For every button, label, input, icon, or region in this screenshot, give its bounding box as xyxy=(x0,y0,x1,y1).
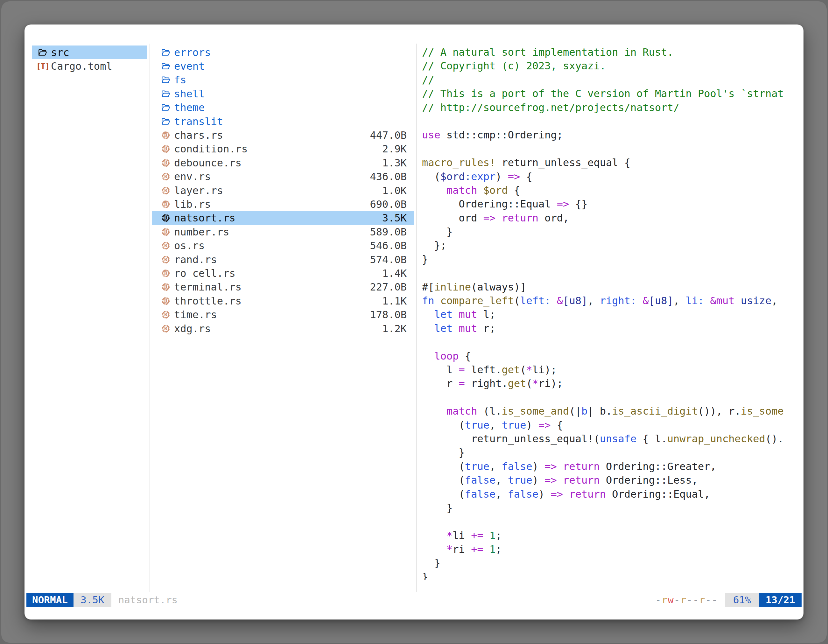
svg-text:R: R xyxy=(164,243,168,248)
code-token: += xyxy=(471,543,483,555)
code-token: li xyxy=(453,530,471,542)
code-token: li); xyxy=(532,364,557,376)
code-token: 1 xyxy=(489,530,496,542)
code-token: = xyxy=(459,364,465,376)
toml-file-icon: [T] xyxy=(38,61,48,71)
folder-row[interactable]: fs xyxy=(152,73,414,87)
code-token: => xyxy=(551,488,563,500)
file-row[interactable]: Rxdg.rs1.2K xyxy=(152,322,414,335)
code-token: r xyxy=(422,378,459,389)
code-token: * xyxy=(532,378,538,389)
file-row[interactable]: Rrand.rs574.0B xyxy=(152,253,414,266)
preview-pane: // A natural sort implementation in Rust… xyxy=(422,45,803,580)
file-row[interactable]: Ros.rs546.0B xyxy=(152,239,414,252)
code-token: Ordering::Greater, xyxy=(600,461,716,473)
svg-text:R: R xyxy=(164,312,168,317)
code-token xyxy=(422,530,447,542)
code-token xyxy=(557,474,563,486)
code-line: macro_rules! return_unless_equal { xyxy=(422,156,803,169)
code-token: unwrap_unchecked xyxy=(667,433,765,445)
code-token: get xyxy=(502,364,520,376)
entry-name: number.rs xyxy=(174,226,229,238)
rust-file-icon: R xyxy=(161,241,171,251)
entry-name: theme xyxy=(174,102,205,114)
code-token: true xyxy=(465,461,489,473)
code-token: return xyxy=(563,461,600,473)
file-row[interactable]: [T]Cargo.toml xyxy=(32,59,147,73)
entry-size: 227.0B xyxy=(370,281,407,293)
rust-file-icon: R xyxy=(161,324,171,334)
code-token: // A natural sort implementation in Rust… xyxy=(422,46,673,58)
code-line: ($ord:expr) => { xyxy=(422,170,803,183)
folder-open-icon xyxy=(161,89,171,99)
code-line: loop { xyxy=(422,349,803,363)
file-row[interactable]: Rro_cell.rs1.4K xyxy=(152,266,414,280)
entry-size: 546.0B xyxy=(370,240,407,252)
file-row[interactable]: Rthrottle.rs1.1K xyxy=(152,294,414,308)
folder-row[interactable]: errors xyxy=(152,45,414,59)
code-token: ord, xyxy=(538,212,569,224)
code-token: r; xyxy=(477,322,496,334)
entry-size: 1.2K xyxy=(382,323,407,335)
code-line xyxy=(422,142,803,156)
entry-size: 3.5K xyxy=(382,212,407,224)
folder-row[interactable]: theme xyxy=(152,101,414,114)
permission-char: - xyxy=(655,594,662,605)
code-token: & xyxy=(557,295,563,307)
folder-row[interactable]: src xyxy=(32,45,147,59)
code-line: (true, false) => return Ordering::Greate… xyxy=(422,460,803,473)
code-line: } xyxy=(422,501,803,515)
code-token: } xyxy=(422,226,453,238)
file-row[interactable]: Rtime.rs178.0B xyxy=(152,308,414,321)
code-token: => xyxy=(483,212,496,224)
code-token: => xyxy=(544,474,557,486)
code-token: Ordering::Equal, xyxy=(606,488,710,500)
code-line: let mut l; xyxy=(422,308,803,321)
code-token: return xyxy=(502,212,538,224)
entry-name: chars.rs xyxy=(174,129,223,141)
rust-file-icon: R xyxy=(161,282,171,292)
file-row[interactable]: Rnumber.rs589.0B xyxy=(152,225,414,239)
code-line: }; xyxy=(422,239,803,252)
code-token: , xyxy=(489,461,502,473)
code-token: => xyxy=(544,461,557,473)
entry-name: rand.rs xyxy=(174,254,217,266)
code-token: match xyxy=(447,405,477,417)
code-token: loop xyxy=(434,350,459,362)
file-row[interactable]: Rnatsort.rs3.5K xyxy=(152,211,414,225)
folder-row[interactable]: shell xyxy=(152,87,414,100)
entry-name: ro_cell.rs xyxy=(174,267,235,279)
code-token: * xyxy=(526,364,532,376)
code-token: , xyxy=(587,295,600,307)
svg-text:R: R xyxy=(164,326,168,331)
code-line: #[inline(always)] xyxy=(422,280,803,294)
code-line xyxy=(422,266,803,280)
code-line: fn compare_left(left: &[u8], right: &[u8… xyxy=(422,294,803,308)
code-token: (l. xyxy=(477,405,502,417)
entry-name: lib.rs xyxy=(174,198,211,210)
code-token: left: xyxy=(520,295,550,307)
file-row[interactable]: Rdebounce.rs1.3K xyxy=(152,156,414,169)
file-row[interactable]: Rterminal.rs227.0B xyxy=(152,280,414,294)
code-token xyxy=(483,543,489,555)
folder-row[interactable]: event xyxy=(152,59,414,73)
code-token: { l. xyxy=(637,433,667,445)
file-row[interactable]: Rchars.rs447.0B xyxy=(152,128,414,142)
file-row[interactable]: Rcondition.rs2.9K xyxy=(152,142,414,156)
file-row[interactable]: Renv.rs436.0B xyxy=(152,170,414,183)
file-row[interactable]: Rlib.rs690.0B xyxy=(152,197,414,211)
folder-open-icon xyxy=(161,116,171,127)
entry-name: time.rs xyxy=(174,309,217,321)
code-token: ( xyxy=(520,364,526,376)
code-token: return xyxy=(563,474,600,486)
code-line: match $ord { xyxy=(422,183,803,197)
entry-name: src xyxy=(51,47,69,58)
code-token xyxy=(704,295,710,307)
folder-row[interactable]: translit xyxy=(152,114,414,128)
code-token: li: xyxy=(685,295,704,307)
permissions-text: -rw-r--r-- xyxy=(655,593,718,607)
code-line: match (l.is_some_and(|b| b.is_ascii_digi… xyxy=(422,404,803,418)
file-row[interactable]: Rlayer.rs1.0K xyxy=(152,183,414,197)
code-line: // A natural sort implementation in Rust… xyxy=(422,45,803,59)
svg-text:R: R xyxy=(164,188,168,193)
